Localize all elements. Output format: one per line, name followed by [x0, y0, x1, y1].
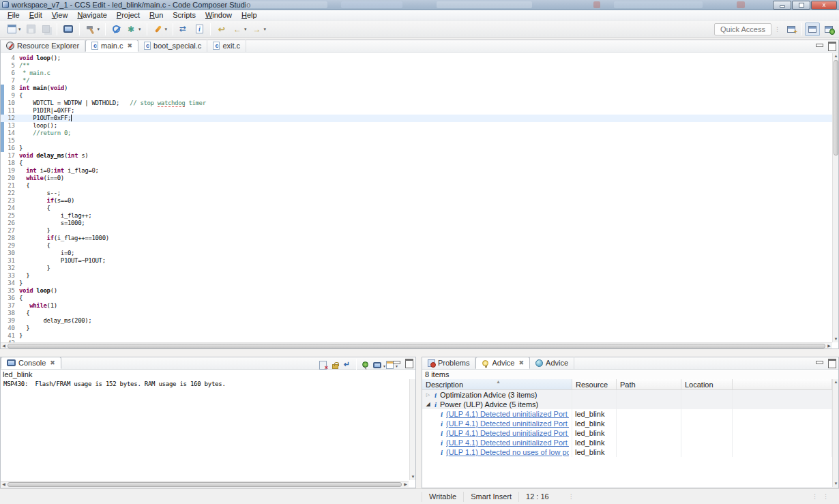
sync-button[interactable] [177, 22, 192, 37]
line-number[interactable]: 22 [5, 190, 15, 197]
advice-tab-problems[interactable]: Problems [422, 357, 475, 369]
code-line[interactable]: 37 while(1) [1, 302, 832, 310]
line-number[interactable]: 4 [5, 55, 15, 62]
editor-maximize-button[interactable] [827, 42, 836, 49]
line-number[interactable]: 13 [5, 122, 15, 130]
code-line[interactable]: 23 if(s==0) [1, 197, 832, 205]
console-minimize-button[interactable] [392, 359, 400, 366]
code-line[interactable]: 22 s--; [1, 190, 832, 197]
code-line[interactable]: 20 while(i==0) [1, 175, 832, 182]
line-number[interactable]: 20 [5, 175, 15, 182]
console-maximize-button[interactable] [404, 359, 413, 366]
code-line[interactable]: 8int main(void) [1, 85, 832, 92]
line-number[interactable]: 16 [5, 145, 15, 152]
ccs-edit-perspective-button[interactable] [805, 23, 820, 36]
line-number[interactable]: 37 [5, 302, 15, 310]
close-button[interactable]: x [811, 1, 837, 10]
line-number[interactable]: 33 [5, 272, 15, 280]
horizontal-sash[interactable] [0, 349, 839, 357]
code-line[interactable]: 36{ [1, 295, 832, 302]
quick-access-button[interactable]: Quick Access [714, 23, 771, 35]
build-hammer-button[interactable]: ▾ [83, 22, 102, 37]
code-line[interactable]: 6 * main.c [1, 70, 832, 77]
line-number[interactable]: 34 [5, 280, 15, 287]
line-number[interactable]: 41 [5, 332, 15, 340]
code-line[interactable]: 7 */ [1, 77, 832, 85]
editor-vertical-scrollbar[interactable]: ▲ ▼ [832, 53, 838, 342]
code-line[interactable]: 15 [1, 137, 832, 145]
tab-main-c[interactable]: main.c✖ [85, 40, 138, 52]
menu-project[interactable]: Project [112, 10, 145, 20]
code-line[interactable]: 40 } [1, 325, 832, 332]
line-number[interactable]: 29 [5, 242, 15, 250]
menu-window[interactable]: Window [201, 10, 237, 20]
code-line[interactable]: 16} [1, 145, 832, 152]
line-number[interactable]: 11 [5, 107, 15, 115]
word-wrap-button[interactable] [342, 360, 353, 370]
line-number[interactable]: 27 [5, 227, 15, 235]
advice-link[interactable]: (ULP 4.1) Detected uninitialized Port A … [446, 438, 569, 447]
line-number[interactable]: 25 [5, 212, 15, 220]
code-editor[interactable]: 4void loop();5/**6 * main.c7 */8int main… [1, 53, 832, 342]
line-number[interactable]: 10 [5, 100, 15, 107]
code-line[interactable]: 12 P1OUT=0xFF; [1, 115, 832, 122]
advice-maximize-button[interactable] [827, 359, 836, 366]
line-number[interactable]: 5 [5, 62, 15, 70]
menu-file[interactable]: File [3, 10, 25, 20]
line-number[interactable]: 38 [5, 310, 15, 317]
column-header-location[interactable]: Location [681, 379, 733, 389]
tab-boot-special-c[interactable]: boot_special.c [138, 40, 207, 52]
title-bar[interactable]: workspace_v7_1 - CCS Edit - led_blink/ma… [0, 0, 839, 10]
line-number[interactable]: 40 [5, 325, 15, 332]
highlight-pen-button[interactable]: ▾ [151, 22, 170, 37]
line-number[interactable]: 35 [5, 287, 15, 295]
editor-minimize-button[interactable] [815, 42, 823, 49]
advice-group-row[interactable]: ◢iPower (ULP) Advice (5 items) [422, 400, 832, 409]
tab-close-icon[interactable]: ✖ [519, 359, 525, 366]
line-number[interactable]: 36 [5, 295, 15, 302]
menu-scripts[interactable]: Scripts [168, 10, 201, 20]
code-line[interactable]: 31 P1OUT=~P1OUT; [1, 257, 832, 265]
code-line[interactable]: 32 } [1, 265, 832, 272]
line-number[interactable]: 39 [5, 317, 15, 325]
advice-link[interactable]: (ULP 1.1) Detected no uses of low power … [446, 447, 569, 457]
line-number[interactable]: 14 [5, 130, 15, 137]
code-line[interactable]: 4void loop(); [1, 55, 832, 62]
code-line[interactable]: 17void delay_ms(int s) [1, 152, 832, 160]
line-number[interactable]: 8 [5, 85, 15, 92]
code-line[interactable]: 13 loop(); [1, 122, 832, 130]
column-header-resource[interactable]: Resource [572, 379, 617, 389]
info-doc-button[interactable] [192, 22, 207, 37]
advice-minimize-button[interactable] [815, 359, 823, 366]
tab-exit-c[interactable]: exit.c [207, 40, 246, 52]
code-line[interactable]: 11 P1DIR|=0XFF; [1, 107, 832, 115]
minimize-button[interactable] [773, 1, 791, 10]
last-edit-button[interactable]: ↩ [214, 22, 229, 37]
line-number[interactable]: 23 [5, 197, 15, 205]
clear-console-button[interactable] [318, 360, 328, 370]
code-line[interactable]: 27 } [1, 227, 832, 235]
save-button[interactable] [24, 22, 38, 37]
column-header-path[interactable]: Path [617, 379, 681, 389]
menu-navigate[interactable]: Navigate [72, 10, 111, 20]
menu-help[interactable]: Help [237, 10, 262, 20]
code-line[interactable]: 38 { [1, 310, 832, 317]
column-header-description[interactable]: Description [422, 379, 572, 389]
settings-gear-button[interactable]: ▾ [124, 22, 143, 37]
advice-group-row[interactable]: ▷iOptimization Advice (3 items) [422, 390, 832, 400]
menu-edit[interactable]: Edit [25, 10, 47, 20]
pin-console-button[interactable] [360, 360, 370, 370]
console-vertical-scrollbar[interactable]: ▼ [409, 379, 415, 480]
line-number[interactable]: 6 [5, 70, 15, 77]
line-number[interactable]: 31 [5, 257, 15, 265]
code-line[interactable]: 24 { [1, 205, 832, 212]
console-horizontal-scrollbar[interactable]: ◀ ▶ [1, 481, 409, 487]
advice-item-row[interactable]: i(ULP 4.1) Detected uninitialized Port B… [422, 428, 832, 438]
advice-vertical-scrollbar[interactable]: ▲ ▼ [832, 379, 838, 487]
tab-close-icon[interactable]: ✖ [128, 42, 133, 49]
code-line[interactable]: 21 { [1, 182, 832, 190]
line-number[interactable]: 19 [5, 167, 15, 175]
advice-item-row[interactable]: i(ULP 4.1) Detected uninitialized Port C… [422, 419, 832, 428]
back-button[interactable]: ←▾ [230, 22, 249, 37]
open-view-monitor-button[interactable] [61, 22, 76, 37]
